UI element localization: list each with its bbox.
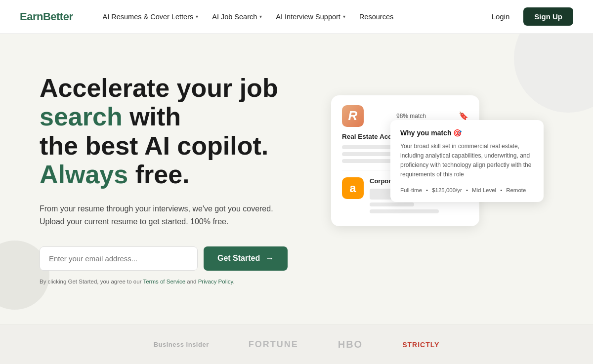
nav-item-resumes[interactable]: AI Resumes & Cover Letters ▾: [96, 9, 204, 25]
hero-section: Accelerate your job search with the best…: [0, 34, 593, 324]
terms-of-service-link[interactable]: Terms of Service: [143, 279, 185, 284]
hero-title: Accelerate your job search with the best…: [40, 74, 296, 189]
company-logo-amazon: a: [342, 177, 364, 199]
get-started-button[interactable]: Get Started →: [204, 246, 288, 271]
footer-logo-business-insider: Business Insider: [154, 341, 209, 348]
tooltip-title: Why you match 🎯: [400, 129, 534, 137]
footer-logo-hbo: HBO: [338, 339, 363, 350]
card-container: R 98% match 🔖 Real Estate Acquisition An…: [306, 81, 544, 278]
tooltip-body: Your broad skill set in commercial real …: [400, 142, 534, 180]
nav-right: Login Sign Up: [486, 7, 573, 26]
match-tooltip: Why you match 🎯 Your broad skill set in …: [390, 120, 544, 202]
company-logo-r: R: [342, 105, 364, 127]
tag-level: Mid Level: [472, 187, 496, 193]
nav-item-job-search[interactable]: AI Job Search ▾: [206, 9, 268, 25]
chevron-down-icon: ▾: [259, 14, 262, 19]
privacy-policy-link[interactable]: Privacy Policy: [198, 279, 233, 284]
match-badge: 98% match: [396, 113, 426, 120]
arrow-right-icon: →: [265, 253, 274, 264]
signup-button[interactable]: Sign Up: [523, 7, 573, 26]
hero-right: R 98% match 🔖 Real Estate Acquisition An…: [296, 76, 553, 283]
match-tags: Full-time • $125,000/yr • Mid Level • Re…: [400, 187, 534, 193]
hero-subtitle: From your resume through your interviews…: [40, 202, 277, 229]
chevron-down-icon: ▾: [196, 14, 198, 19]
tag-salary: $125,000/yr: [432, 187, 462, 193]
hero-left: Accelerate your job search with the best…: [40, 74, 296, 284]
navbar: EarnBetter AI Resumes & Cover Letters ▾ …: [0, 0, 593, 34]
nav-item-resources[interactable]: Resources: [353, 9, 399, 25]
email-input[interactable]: [40, 246, 198, 271]
tag-fulltime: Full-time: [400, 187, 422, 193]
terms-text: By clicking Get Started, you agree to ou…: [40, 279, 296, 284]
skeleton-row: [370, 209, 439, 213]
skeleton-row: [370, 202, 414, 206]
email-row: Get Started →: [40, 246, 296, 271]
site-logo[interactable]: EarnBetter: [20, 10, 73, 23]
nav-item-interview[interactable]: AI Interview Support ▾: [270, 9, 351, 25]
nav-links: AI Resumes & Cover Letters ▾ AI Job Sear…: [96, 9, 485, 25]
footer-logos-bar: Business Insider FORTUNE HBO STRICTLY: [0, 324, 593, 364]
login-button[interactable]: Login: [486, 8, 516, 25]
bookmark-icon[interactable]: 🔖: [459, 111, 468, 121]
footer-logo-fortune: FORTUNE: [249, 339, 298, 350]
chevron-down-icon: ▾: [343, 14, 345, 19]
footer-logo-strictly: STRICTLY: [402, 341, 439, 349]
tag-location: Remote: [506, 187, 526, 193]
